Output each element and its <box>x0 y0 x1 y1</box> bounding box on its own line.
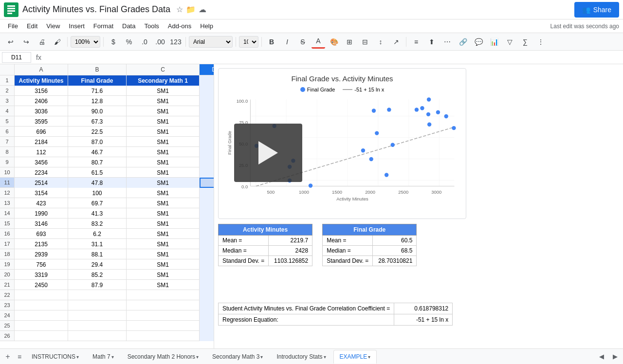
cell-b11[interactable]: 47.8 <box>68 178 127 188</box>
cell-a15[interactable]: 3146 <box>15 218 68 229</box>
cell-c15[interactable]: SM1 <box>127 218 200 229</box>
share-button[interactable]: 👥 Share <box>574 2 619 18</box>
fg-mean-value[interactable]: 60.5 <box>373 236 417 246</box>
cell-c21[interactable]: SM1 <box>127 280 200 290</box>
cell-a6[interactable]: 696 <box>15 127 68 137</box>
cell-c7[interactable]: SM1 <box>127 137 200 147</box>
redo-button[interactable]: ↪ <box>19 35 33 49</box>
tab-dropdown-icon[interactable]: ▾ <box>368 354 370 360</box>
cell-b14[interactable]: 41.3 <box>68 208 127 218</box>
italic-button[interactable]: I <box>280 35 294 49</box>
cell-c16[interactable]: SM1 <box>127 229 200 239</box>
decimal-decrease-button[interactable]: .0 <box>138 35 151 49</box>
cell-c26[interactable] <box>127 331 200 341</box>
cell-d20[interactable] <box>200 270 214 280</box>
cell-b19[interactable]: 29.4 <box>68 259 127 270</box>
highlight-button[interactable]: 🎨 <box>327 35 341 49</box>
cell-a5[interactable]: 3595 <box>15 116 68 127</box>
cell-c11[interactable]: SM1 <box>127 178 200 188</box>
cell-d22[interactable] <box>200 290 214 300</box>
menu-help[interactable]: Help <box>196 20 217 32</box>
cell-d5[interactable] <box>200 116 214 127</box>
cell-d10[interactable] <box>200 167 214 178</box>
formula-input[interactable] <box>46 52 621 63</box>
text-color-button[interactable]: A <box>312 35 325 49</box>
more-formats-button[interactable]: ⋯ <box>440 35 454 49</box>
filter-button[interactable]: ▽ <box>503 35 516 49</box>
correlation-value[interactable]: 0.618798312 <box>394 303 453 314</box>
cell-b15[interactable]: 83.2 <box>68 218 127 229</box>
cell-d1[interactable] <box>200 75 214 86</box>
cell-c22[interactable] <box>127 290 200 300</box>
cell-b6[interactable]: 22.5 <box>68 127 127 137</box>
bold-button[interactable]: B <box>265 35 278 49</box>
tab-dropdown-icon[interactable]: ▾ <box>324 354 326 360</box>
cell-c23[interactable] <box>127 300 200 310</box>
cell-b9[interactable]: 80.7 <box>68 157 127 167</box>
menu-addons[interactable]: Add-ons <box>164 20 195 32</box>
cell-c13[interactable]: SM1 <box>127 198 200 208</box>
cell-b13[interactable]: 69.7 <box>68 198 127 208</box>
tab-dropdown-icon[interactable]: ▾ <box>76 354 79 360</box>
cell-b16[interactable]: 6.2 <box>68 229 127 239</box>
chart-button[interactable]: 📊 <box>487 35 501 49</box>
menu-view[interactable]: View <box>42 20 64 32</box>
menu-insert[interactable]: Insert <box>65 20 89 32</box>
cell-a7[interactable]: 2184 <box>15 137 68 147</box>
cell-c8[interactable]: SM1 <box>127 147 200 157</box>
cell-d25[interactable] <box>200 321 214 331</box>
cell-a1[interactable]: Activity Minutes <box>15 75 68 86</box>
cell-b5[interactable]: 67.3 <box>68 116 127 127</box>
menu-edit[interactable]: Edit <box>23 20 41 32</box>
cell-d3[interactable] <box>200 96 214 106</box>
cell-b25[interactable] <box>68 321 127 331</box>
cell-a26[interactable] <box>15 331 68 341</box>
cell-a12[interactable]: 3154 <box>15 188 68 198</box>
cell-c6[interactable]: SM1 <box>127 127 200 137</box>
col-header-a[interactable]: A <box>15 64 68 75</box>
cell-a11[interactable]: 2514 <box>15 178 68 188</box>
tab-sm2h[interactable]: Secondary Math 2 Honors ▾ <box>121 350 205 364</box>
cell-a24[interactable] <box>15 310 68 321</box>
percent-button[interactable]: % <box>122 35 136 49</box>
currency-button[interactable]: $ <box>107 35 120 49</box>
cell-b17[interactable]: 31.1 <box>68 239 127 249</box>
tab-intro-stats[interactable]: Introductory Stats ▾ <box>270 350 332 364</box>
cell-d26[interactable] <box>200 331 214 341</box>
mean-value[interactable]: 2219.7 <box>269 236 312 246</box>
cell-reference-input[interactable] <box>2 52 31 63</box>
cell-d11[interactable] <box>200 178 214 188</box>
cell-c24[interactable] <box>127 310 200 321</box>
borders-button[interactable]: ⊞ <box>343 35 356 49</box>
font-size-select[interactable]: 10 <box>239 36 258 48</box>
cell-c5[interactable]: SM1 <box>127 116 200 127</box>
link-button[interactable]: 🔗 <box>456 35 470 49</box>
cell-b18[interactable]: 88.1 <box>68 249 127 259</box>
zoom-select[interactable]: 100% <box>71 36 100 48</box>
tab-instructions[interactable]: INSTRUCTIONS ▾ <box>25 350 85 364</box>
text-rotation-button[interactable]: ↗ <box>389 35 403 49</box>
cell-a9[interactable]: 3456 <box>15 157 68 167</box>
cell-a22[interactable] <box>15 290 68 300</box>
cell-c1[interactable]: Secondary Math 1 <box>127 75 200 86</box>
tab-sm3[interactable]: Secondary Math 3 ▾ <box>206 350 269 364</box>
cloud-icon[interactable]: ☁ <box>199 5 206 14</box>
cell-b20[interactable]: 85.2 <box>68 270 127 280</box>
cell-d14[interactable] <box>200 208 214 218</box>
video-overlay[interactable] <box>234 124 302 182</box>
cell-d24[interactable] <box>200 310 214 321</box>
star-icon[interactable]: ☆ <box>176 5 183 14</box>
cell-d16[interactable] <box>200 229 214 239</box>
cell-a20[interactable]: 3319 <box>15 270 68 280</box>
cell-a4[interactable]: 3036 <box>15 106 68 116</box>
cell-d21[interactable] <box>200 280 214 290</box>
fg-std-value[interactable]: 28.70310821 <box>373 256 417 266</box>
undo-button[interactable]: ↩ <box>4 35 18 49</box>
cell-c20[interactable]: SM1 <box>127 270 200 280</box>
sheet-list-button[interactable]: ≡ <box>14 351 25 363</box>
cell-d23[interactable] <box>200 300 214 310</box>
cell-c9[interactable]: SM1 <box>127 157 200 167</box>
regression-value[interactable]: -51 + 15 ln x <box>394 314 453 326</box>
cell-c4[interactable]: SM1 <box>127 106 200 116</box>
cell-c25[interactable] <box>127 321 200 331</box>
